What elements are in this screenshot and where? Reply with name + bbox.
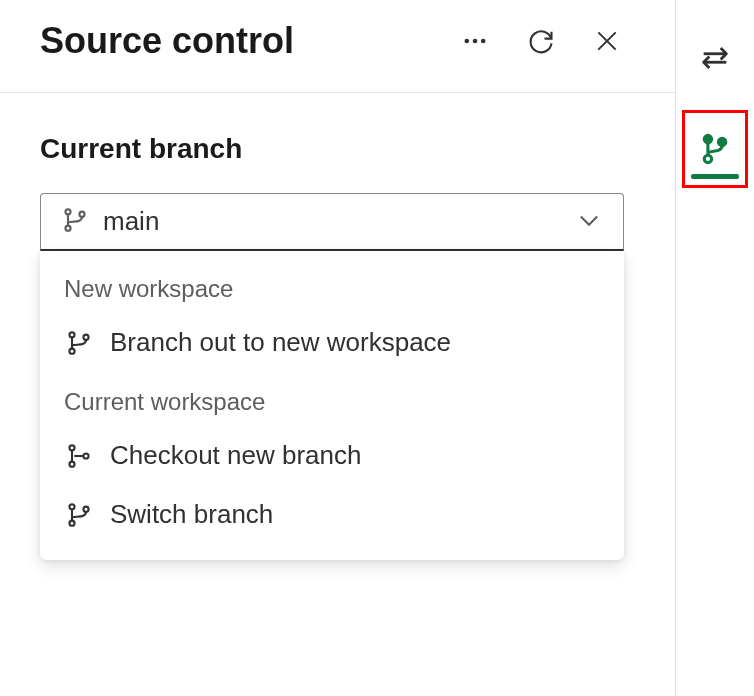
branch-dropdown-menu: New workspace Branch out to new workspac…	[40, 251, 624, 560]
header-actions	[457, 23, 625, 59]
menu-section-new-workspace: New workspace	[40, 259, 624, 313]
menu-item-checkout-new-branch[interactable]: Checkout new branch	[40, 426, 624, 485]
source-control-panel: Source control Current branch	[0, 0, 676, 696]
svg-point-8	[83, 334, 88, 339]
svg-point-16	[704, 155, 711, 162]
svg-point-3	[65, 209, 70, 214]
svg-point-15	[704, 135, 711, 142]
svg-point-13	[69, 520, 74, 525]
branch-dropdown[interactable]: main	[40, 193, 624, 251]
svg-point-17	[718, 138, 725, 145]
svg-point-6	[69, 332, 74, 337]
menu-item-label: Checkout new branch	[110, 440, 361, 471]
right-rail	[676, 0, 754, 696]
close-icon	[594, 28, 620, 54]
rail-selected-indicator	[691, 174, 739, 179]
rail-sync-button[interactable]	[693, 36, 737, 80]
svg-point-10	[69, 461, 74, 466]
svg-point-4	[65, 225, 70, 230]
svg-point-0	[465, 39, 470, 44]
svg-point-12	[69, 504, 74, 509]
sync-arrows-icon	[698, 41, 732, 75]
svg-point-9	[69, 445, 74, 450]
branch-icon	[64, 328, 94, 358]
more-horizontal-icon	[461, 27, 489, 55]
close-button[interactable]	[589, 23, 625, 59]
git-branch-icon	[698, 132, 732, 166]
refresh-button[interactable]	[523, 23, 559, 59]
branch-dropdown-value: main	[103, 206, 561, 237]
current-branch-label: Current branch	[40, 133, 635, 165]
svg-point-7	[69, 348, 74, 353]
menu-section-current-workspace: Current workspace	[40, 372, 624, 426]
svg-point-2	[481, 39, 486, 44]
panel-content: Current branch main New workspace	[0, 93, 675, 560]
branch-new-icon	[64, 441, 94, 471]
svg-point-5	[79, 211, 84, 216]
branch-icon	[61, 206, 89, 238]
refresh-icon	[527, 27, 555, 55]
panel-header: Source control	[0, 0, 675, 93]
menu-item-branch-out[interactable]: Branch out to new workspace	[40, 313, 624, 372]
more-options-button[interactable]	[457, 23, 493, 59]
chevron-down-icon	[575, 206, 603, 238]
rail-source-control-button[interactable]	[682, 110, 748, 188]
menu-item-label: Branch out to new workspace	[110, 327, 451, 358]
svg-point-11	[83, 453, 88, 458]
menu-item-label: Switch branch	[110, 499, 273, 530]
svg-point-1	[473, 39, 478, 44]
svg-point-14	[83, 506, 88, 511]
menu-item-switch-branch[interactable]: Switch branch	[40, 485, 624, 544]
panel-title: Source control	[40, 20, 457, 62]
branch-icon	[64, 500, 94, 530]
